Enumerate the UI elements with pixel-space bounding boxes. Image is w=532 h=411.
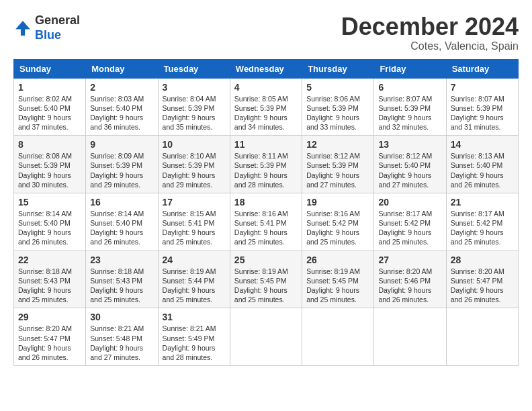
weekday-thursday: Thursday [302,59,374,78]
calendar-day-29: 29 Sunrise: 8:20 AMSunset: 5:47 PMDaylig… [14,308,86,366]
calendar-day-17: 17 Sunrise: 8:15 AMSunset: 5:41 PMDaylig… [158,193,230,250]
calendar-week-4: 22 Sunrise: 8:18 AMSunset: 5:43 PMDaylig… [14,250,519,308]
calendar-day-5: 5 Sunrise: 8:06 AMSunset: 5:39 PMDayligh… [302,78,374,136]
day-number: 22 [18,255,81,265]
day-info: Sunrise: 8:12 AMSunset: 5:40 PMDaylight:… [378,152,432,189]
day-info: Sunrise: 8:12 AMSunset: 5:39 PMDaylight:… [306,152,360,189]
day-info: Sunrise: 8:02 AMSunset: 5:40 PMDaylight:… [18,95,72,132]
title-area: December 2024 Cotes, Valencia, Spain [341,13,519,52]
day-number: 24 [163,255,226,265]
calendar-body: 1 Sunrise: 8:02 AMSunset: 5:40 PMDayligh… [14,78,519,365]
empty-cell [446,308,518,366]
day-number: 13 [378,139,441,150]
calendar-day-8: 8 Sunrise: 8:08 AMSunset: 5:39 PMDayligh… [14,136,86,193]
calendar-day-23: 23 Sunrise: 8:18 AMSunset: 5:43 PMDaylig… [86,250,158,308]
calendar-day-28: 28 Sunrise: 8:20 AMSunset: 5:47 PMDaylig… [446,250,518,308]
calendar-day-3: 3 Sunrise: 8:04 AMSunset: 5:39 PMDayligh… [158,78,230,136]
calendar-day-18: 18 Sunrise: 8:16 AMSunset: 5:41 PMDaylig… [230,193,302,250]
day-info: Sunrise: 8:03 AMSunset: 5:40 PMDaylight:… [90,95,144,132]
day-number: 28 [451,255,514,265]
calendar-week-2: 8 Sunrise: 8:08 AMSunset: 5:39 PMDayligh… [14,136,519,193]
day-number: 21 [451,197,514,208]
calendar-day-13: 13 Sunrise: 8:12 AMSunset: 5:40 PMDaylig… [374,136,446,193]
calendar-day-10: 10 Sunrise: 8:10 AMSunset: 5:39 PMDaylig… [158,136,230,193]
day-number: 20 [378,197,441,208]
day-number: 18 [234,197,298,208]
day-number: 27 [378,255,441,265]
logo-text: General Blue [35,13,80,42]
day-number: 29 [18,312,81,322]
weekday-row: Sunday Monday Tuesday Wednesday Thursday… [14,59,519,78]
logo: General Blue [13,13,80,42]
day-number: 17 [163,197,226,208]
day-number: 14 [451,139,514,150]
empty-cell [302,308,374,366]
day-info: Sunrise: 8:07 AMSunset: 5:39 PMDaylight:… [378,95,432,132]
day-info: Sunrise: 8:10 AMSunset: 5:39 PMDaylight:… [163,152,216,189]
day-info: Sunrise: 8:06 AMSunset: 5:39 PMDaylight:… [306,95,360,132]
empty-cell [374,308,446,366]
day-number: 10 [163,139,226,150]
calendar-week-1: 1 Sunrise: 8:02 AMSunset: 5:40 PMDayligh… [14,78,519,136]
weekday-friday: Friday [374,59,446,78]
calendar-day-11: 11 Sunrise: 8:11 AMSunset: 5:39 PMDaylig… [230,136,302,193]
day-info: Sunrise: 8:04 AMSunset: 5:39 PMDaylight:… [163,95,216,132]
day-info: Sunrise: 8:19 AMSunset: 5:44 PMDaylight:… [163,267,216,304]
day-number: 12 [306,139,369,150]
day-info: Sunrise: 8:20 AMSunset: 5:47 PMDaylight:… [451,267,504,304]
day-info: Sunrise: 8:09 AMSunset: 5:39 PMDaylight:… [90,152,144,189]
calendar-day-1: 1 Sunrise: 8:02 AMSunset: 5:40 PMDayligh… [14,78,86,136]
month-title: December 2024 [341,13,519,40]
day-number: 25 [234,255,298,265]
day-info: Sunrise: 8:15 AMSunset: 5:41 PMDaylight:… [163,210,216,246]
day-number: 3 [163,82,226,93]
day-number: 8 [18,139,81,150]
empty-cell [230,308,302,366]
day-info: Sunrise: 8:20 AMSunset: 5:46 PMDaylight:… [378,267,432,304]
day-info: Sunrise: 8:17 AMSunset: 5:42 PMDaylight:… [451,210,504,246]
day-info: Sunrise: 8:16 AMSunset: 5:41 PMDaylight:… [234,210,288,246]
weekday-sunday: Sunday [14,59,86,78]
calendar-day-4: 4 Sunrise: 8:05 AMSunset: 5:39 PMDayligh… [230,78,302,136]
calendar-day-14: 14 Sunrise: 8:13 AMSunset: 5:40 PMDaylig… [446,136,518,193]
svg-marker-0 [15,21,30,36]
calendar-day-24: 24 Sunrise: 8:19 AMSunset: 5:44 PMDaylig… [158,250,230,308]
calendar-day-22: 22 Sunrise: 8:18 AMSunset: 5:43 PMDaylig… [14,250,86,308]
day-info: Sunrise: 8:07 AMSunset: 5:39 PMDaylight:… [451,95,504,132]
logo-icon [13,19,32,38]
day-number: 15 [18,197,81,208]
day-number: 30 [90,312,153,322]
day-info: Sunrise: 8:21 AMSunset: 5:49 PMDaylight:… [163,324,216,361]
weekday-wednesday: Wednesday [230,59,302,78]
day-info: Sunrise: 8:18 AMSunset: 5:43 PMDaylight:… [18,267,72,304]
day-number: 16 [90,197,153,208]
calendar-day-20: 20 Sunrise: 8:17 AMSunset: 5:42 PMDaylig… [374,193,446,250]
day-number: 1 [18,82,81,93]
day-number: 4 [234,82,298,93]
day-info: Sunrise: 8:14 AMSunset: 5:40 PMDaylight:… [90,210,144,246]
calendar-week-5: 29 Sunrise: 8:20 AMSunset: 5:47 PMDaylig… [14,308,519,366]
day-number: 2 [90,82,153,93]
weekday-monday: Monday [86,59,158,78]
calendar-day-2: 2 Sunrise: 8:03 AMSunset: 5:40 PMDayligh… [86,78,158,136]
calendar-day-31: 31 Sunrise: 8:21 AMSunset: 5:49 PMDaylig… [158,308,230,366]
day-info: Sunrise: 8:08 AMSunset: 5:39 PMDaylight:… [18,152,72,189]
calendar-day-25: 25 Sunrise: 8:19 AMSunset: 5:45 PMDaylig… [230,250,302,308]
day-number: 11 [234,139,298,150]
day-number: 5 [306,82,369,93]
calendar-day-16: 16 Sunrise: 8:14 AMSunset: 5:40 PMDaylig… [86,193,158,250]
weekday-tuesday: Tuesday [158,59,230,78]
day-number: 9 [90,139,153,150]
day-info: Sunrise: 8:11 AMSunset: 5:39 PMDaylight:… [234,152,288,189]
weekday-saturday: Saturday [446,59,518,78]
calendar-day-12: 12 Sunrise: 8:12 AMSunset: 5:39 PMDaylig… [302,136,374,193]
day-number: 6 [378,82,441,93]
calendar-day-15: 15 Sunrise: 8:14 AMSunset: 5:40 PMDaylig… [14,193,86,250]
day-number: 23 [90,255,153,265]
location: Cotes, Valencia, Spain [341,40,519,52]
calendar-day-30: 30 Sunrise: 8:21 AMSunset: 5:48 PMDaylig… [86,308,158,366]
day-info: Sunrise: 8:14 AMSunset: 5:40 PMDaylight:… [18,210,72,246]
day-info: Sunrise: 8:21 AMSunset: 5:48 PMDaylight:… [90,324,144,361]
logo-blue: Blue [35,28,80,43]
logo-general: General [35,13,80,28]
